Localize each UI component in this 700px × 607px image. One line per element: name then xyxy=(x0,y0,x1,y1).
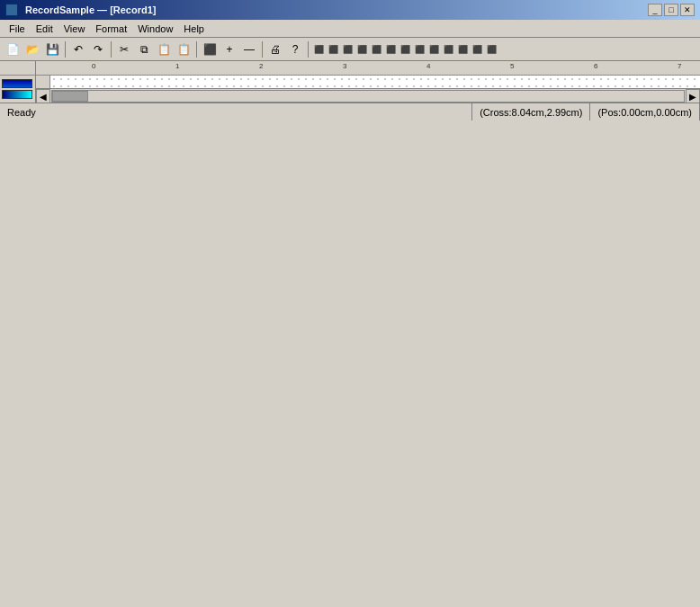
icon-c[interactable]: ⬛ xyxy=(341,43,354,56)
icon-a[interactable]: ⬛ xyxy=(312,43,326,56)
menu-window[interactable]: Window xyxy=(132,22,178,36)
color-strip-1 xyxy=(2,79,32,88)
icon-k[interactable]: ⬛ xyxy=(456,43,470,56)
toolbar-main: 📄 📂 💾 ↶ ↷ ✂ ⧉ 📋 📋 ⬛ + — 🖨 ? ⬛ ⬛ ⬛ ⬛ ⬛ ⬛ … xyxy=(0,38,700,61)
icon-e[interactable]: ⬛ xyxy=(370,43,383,56)
menu-file[interactable]: File xyxy=(4,22,31,36)
status-cross: (Cross:8.04cm,2.99cm) xyxy=(472,103,590,121)
scroll-right-btn[interactable]: ▶ xyxy=(686,89,700,103)
menu-bar: File Edit View Format Window Help xyxy=(0,20,700,38)
paste-btn[interactable]: 📋 xyxy=(155,40,173,58)
cut-btn[interactable]: ✂ xyxy=(115,40,133,58)
print-btn[interactable]: 🖨 xyxy=(266,40,284,58)
save-btn[interactable]: 💾 xyxy=(43,40,61,58)
icon-b[interactable]: ⬛ xyxy=(327,43,340,56)
icon-g[interactable]: ⬛ xyxy=(399,43,412,56)
vertical-ruler: 1 2 3 4 5 6 xyxy=(36,76,50,88)
scroll-left-btn[interactable]: ◀ xyxy=(36,89,50,103)
maximize-button[interactable]: □ xyxy=(664,4,678,16)
status-bar: Ready (Cross:8.04cm,2.99cm) (Pos:0.00cm,… xyxy=(0,103,700,121)
tbtn1[interactable]: ⬛ xyxy=(201,40,219,58)
h-scrollbar[interactable] xyxy=(51,90,685,103)
tbtn2[interactable]: + xyxy=(220,40,238,58)
sep4 xyxy=(262,41,263,58)
menu-format[interactable]: Format xyxy=(90,22,132,36)
status-ready: Ready xyxy=(0,103,472,121)
menu-view[interactable]: View xyxy=(58,22,91,36)
drawing-area[interactable]: Customers 0# The First item 1# The secon… xyxy=(50,76,700,88)
close-button[interactable]: ✕ xyxy=(680,4,695,16)
icon-j[interactable]: ⬛ xyxy=(442,43,455,56)
canvas-content: 0 1 2 3 4 5 6 7 1 2 3 4 5 6 xyxy=(36,61,700,103)
help-btn[interactable]: ? xyxy=(286,40,304,58)
window-title: RecordSample — [Record1] xyxy=(25,4,156,15)
title-text: RecordSample — [Record1] xyxy=(5,4,156,16)
tbtn3[interactable]: — xyxy=(240,40,258,58)
app-icon xyxy=(5,4,18,16)
canvas-with-ruler: 1 2 3 4 5 6 xyxy=(36,76,700,88)
sep2 xyxy=(111,41,112,58)
icon-h[interactable]: ⬛ xyxy=(413,43,426,56)
icon-f[interactable]: ⬛ xyxy=(384,43,398,56)
connections-svg xyxy=(50,76,700,88)
workspace: 0 1 2 3 4 5 6 7 1 2 3 4 5 6 xyxy=(0,61,700,103)
h-scrollbar-area: ◀ ▶ xyxy=(36,88,700,103)
window-controls: _ □ ✕ xyxy=(648,4,695,16)
menu-edit[interactable]: Edit xyxy=(31,22,58,36)
sep1 xyxy=(65,41,66,58)
icon-l[interactable]: ⬛ xyxy=(471,43,484,56)
paste2-btn[interactable]: 📋 xyxy=(175,40,193,58)
redo-btn[interactable]: ↷ xyxy=(89,40,107,58)
icon-i[interactable]: ⬛ xyxy=(427,43,441,56)
horizontal-ruler: 0 1 2 3 4 5 6 7 xyxy=(36,61,700,76)
icon-d[interactable]: ⬛ xyxy=(355,43,369,56)
menu-help[interactable]: Help xyxy=(178,22,210,36)
title-bar: RecordSample — [Record1] _ □ ✕ xyxy=(0,0,700,20)
open-btn[interactable]: 📂 xyxy=(23,40,41,58)
sep5 xyxy=(308,41,309,58)
left-panel xyxy=(0,61,36,103)
sep3 xyxy=(196,41,197,58)
copy-btn[interactable]: ⧉ xyxy=(135,40,153,58)
color-strip-2 xyxy=(2,90,32,99)
new-btn[interactable]: 📄 xyxy=(4,40,22,58)
icon-m[interactable]: ⬛ xyxy=(485,43,498,56)
undo-btn[interactable]: ↶ xyxy=(69,40,87,58)
minimize-button[interactable]: _ xyxy=(648,4,662,16)
status-pos: (Pos:0.00cm,0.00cm) xyxy=(590,103,700,121)
